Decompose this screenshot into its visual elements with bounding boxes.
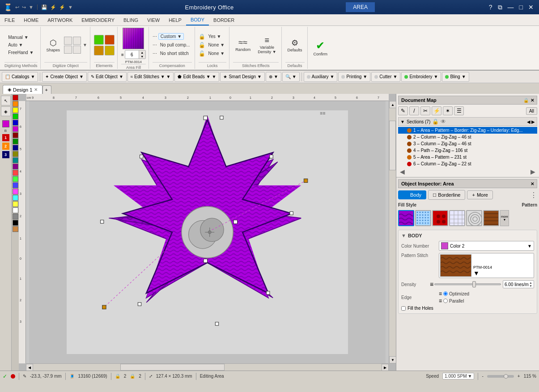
redo-btn[interactable]: ↪ xyxy=(22,4,26,10)
undo-btn[interactable]: ↩ xyxy=(15,4,19,10)
rect-tool[interactable] xyxy=(64,37,72,45)
fill-swatch-1[interactable] xyxy=(398,210,414,226)
smart-design-btn[interactable]: ★ Smart Design ▼ xyxy=(220,72,264,82)
variable-density-btn[interactable]: ≡ Variable Density ▼ xyxy=(255,34,278,55)
fill-swatch-5[interactable] xyxy=(466,210,482,226)
poly-tool[interactable] xyxy=(64,46,72,54)
shapes-btn[interactable]: ⬡ Shapes xyxy=(44,37,63,54)
menu-file[interactable]: FILE xyxy=(0,14,19,25)
elem-btn4[interactable] xyxy=(105,46,115,55)
zoom-btn[interactable]: 🔍 ▼ xyxy=(282,72,300,82)
sel-handle-bot[interactable] xyxy=(204,259,207,262)
fill-swatch-2[interactable] xyxy=(415,210,431,226)
tab-borderline[interactable]: □ Borderline xyxy=(428,190,465,200)
oi-close[interactable]: ✕ xyxy=(531,181,534,186)
qs-arrow[interactable]: ▼ xyxy=(29,4,34,10)
hscroll-thumb[interactable] xyxy=(120,364,225,371)
dm-star-btn[interactable]: ✶ xyxy=(443,106,453,115)
color-swatch-white[interactable] xyxy=(13,207,18,213)
dm-left-arrow[interactable]: ◀ xyxy=(398,168,407,175)
density-up[interactable]: ▲ xyxy=(529,281,532,284)
doc-map-expand[interactable]: 🔒 xyxy=(523,98,529,103)
elem-btn2[interactable] xyxy=(105,35,115,45)
zoom-thumb[interactable] xyxy=(504,374,508,379)
pattern-dropdown[interactable]: ▼ xyxy=(473,270,492,277)
color-swatch-black[interactable] xyxy=(13,220,18,226)
color-swatch-green[interactable] xyxy=(13,114,18,119)
qs-flash2[interactable]: ⚡ xyxy=(59,4,65,10)
edit-object-btn[interactable]: ✎ Edit Object ▼ xyxy=(88,72,127,82)
sel-handle-mid[interactable] xyxy=(233,220,237,223)
color-swatch-pink[interactable] xyxy=(13,189,18,194)
zoom-in-btn[interactable]: + xyxy=(518,374,520,379)
color-swatch-lightred[interactable] xyxy=(13,170,18,176)
section-item-4[interactable]: 4 – Path – Zig-Zag – 106 st xyxy=(398,147,537,154)
new-tab[interactable]: + xyxy=(42,85,51,94)
parallel-radio-label[interactable]: Parallel xyxy=(443,299,464,303)
menu-home[interactable]: HOME xyxy=(19,14,43,25)
fill-holes-label[interactable]: Fill the Holes xyxy=(401,306,433,311)
color-swatch-red[interactable] xyxy=(13,95,18,101)
sections-eye[interactable]: 👁 xyxy=(441,118,446,125)
color-swatch-darkgreen[interactable] xyxy=(13,139,18,144)
thread-count-spinner[interactable]: 6 ▲ ▼ xyxy=(125,50,146,59)
sections-arrow[interactable]: ▼ xyxy=(400,119,405,124)
circle-tool[interactable] xyxy=(73,37,81,45)
doc-map-close[interactable]: ✕ xyxy=(531,98,534,103)
color-swatch-purple[interactable] xyxy=(13,126,18,132)
vscroll-down[interactable]: ▼ xyxy=(389,356,396,363)
elem-btn3[interactable] xyxy=(94,46,104,55)
none1-lock-btn[interactable]: None ▼ xyxy=(207,42,227,48)
dm-flash-btn[interactable]: ⚡ xyxy=(432,106,441,115)
fill-holes-checkbox[interactable] xyxy=(401,306,406,311)
optimized-radio[interactable] xyxy=(443,291,448,296)
catalogs-btn[interactable]: 📋 Catalogs ▼ xyxy=(2,72,38,82)
tab-body[interactable]: Body xyxy=(398,190,426,199)
section-item-3[interactable]: 3 – Column – Zig-Zag – 46 st xyxy=(398,140,537,147)
density-value[interactable]: 6.00 lines/m ▲ ▼ xyxy=(503,280,534,288)
color-swatch-teal[interactable] xyxy=(13,157,18,163)
fill-swatch-4[interactable] xyxy=(449,210,465,226)
zoom-slider[interactable] xyxy=(487,375,514,378)
optimized-radio-label[interactable]: Optimized xyxy=(443,291,469,296)
sections-scroll-left[interactable]: ◀ xyxy=(527,119,531,124)
manual-btn[interactable]: Manual ▼ xyxy=(6,34,35,41)
qs-save-btn[interactable]: 💾 xyxy=(41,4,47,10)
thread-up[interactable]: ▲ xyxy=(139,51,145,55)
menu-artwork[interactable]: ARTWORK xyxy=(43,14,77,25)
zoom-out-btn[interactable]: - xyxy=(482,374,483,379)
help-btn[interactable]: ? xyxy=(487,4,494,11)
none2-lock-btn[interactable]: None ▼ xyxy=(207,50,227,57)
confirm-btn[interactable]: ✔ Confirm xyxy=(311,38,330,58)
auxiliary-btn[interactable]: Auxiliary ▼ xyxy=(304,72,338,82)
color-swatch-darkblue[interactable] xyxy=(13,145,18,151)
dm-scissors-btn[interactable]: ✂ xyxy=(420,106,430,115)
hscroll-left[interactable]: ◀ xyxy=(26,364,33,371)
sel-handle-top[interactable] xyxy=(204,116,207,120)
hscroll-right[interactable]: ▶ xyxy=(382,364,389,371)
dm-pencil-btn[interactable]: ✎ xyxy=(398,106,408,115)
bling-btn[interactable]: Bling ▼ xyxy=(442,72,469,82)
dm-slash-btn[interactable]: / xyxy=(409,106,419,115)
tab-more[interactable]: + More xyxy=(467,190,493,199)
dm-all-btn[interactable]: All xyxy=(526,107,537,115)
maximize-btn[interactable]: □ xyxy=(518,4,525,11)
menu-body[interactable]: BODY xyxy=(186,14,209,25)
printing-btn[interactable]: Printing ▼ xyxy=(338,72,370,82)
fill-swatch-6[interactable] xyxy=(483,210,499,226)
short-stitch-btn[interactable]: No short stitch xyxy=(158,50,191,57)
area-fill-preview-container[interactable]: ≡ 6 ▲ ▼ PTM-0014 xyxy=(121,28,146,64)
create-object-btn[interactable]: ✦ Create Object ▼ xyxy=(42,72,87,82)
edit-beads-btn[interactable]: ⬟ Edit Beads ▼ ▼ xyxy=(174,72,219,82)
yes-lock-btn[interactable]: Yes ▼ xyxy=(207,33,223,40)
color-swatch-brown[interactable] xyxy=(13,226,18,232)
menu-bling[interactable]: BLING xyxy=(119,14,143,25)
color-swatch-gray[interactable] xyxy=(13,214,18,219)
section-item-1[interactable]: 1 – Area – Pattern – Border: Zig-Zag – U… xyxy=(398,127,537,134)
speed-selector[interactable]: 1.000 SPM ▼ xyxy=(442,373,474,379)
auto-btn[interactable]: Auto ▼ xyxy=(6,42,35,48)
color-swatch-magenta[interactable] xyxy=(13,164,18,169)
density-down[interactable]: ▼ xyxy=(529,284,532,287)
fg-color-swatch[interactable] xyxy=(2,120,9,127)
color-swatch-darkred[interactable] xyxy=(13,132,18,138)
